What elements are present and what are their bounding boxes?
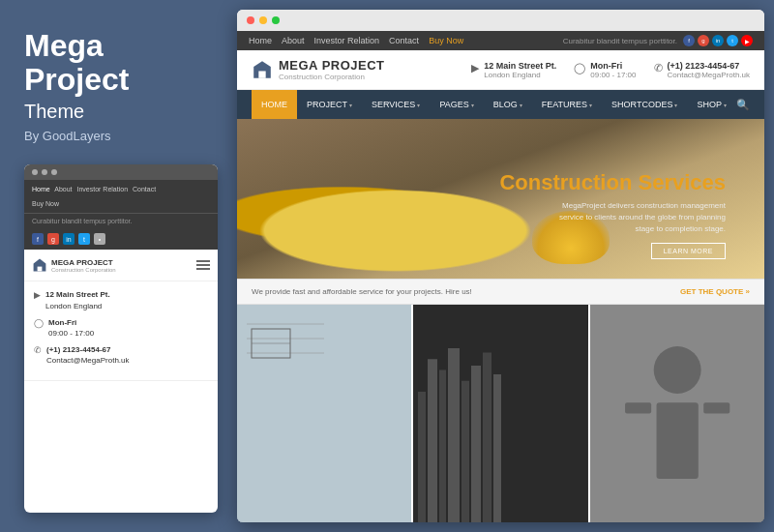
hero-title: Construction Services — [256, 170, 745, 195]
nav-pages[interactable]: PAGES ▾ — [430, 90, 483, 119]
hero-title-text: Construction — [499, 170, 632, 194]
browser-top-bar — [237, 10, 764, 31]
mobile-phone-icon: ✆ — [34, 345, 42, 355]
browser-maximize-dot[interactable] — [272, 16, 280, 24]
mobile-lorem-text: Curabitur blandit tempus porttitor. — [24, 213, 218, 228]
nav-home[interactable]: HOME — [252, 90, 297, 119]
svg-rect-13 — [439, 370, 446, 523]
mobile-google-icon[interactable]: g — [47, 233, 59, 245]
svg-rect-4 — [237, 305, 411, 522]
topbar-youtube-icon[interactable]: ▶ — [741, 35, 753, 46]
svg-rect-16 — [471, 366, 481, 522]
mobile-linkedin-icon[interactable]: in — [63, 233, 74, 245]
header-clock-icon: ◯ — [574, 62, 585, 74]
nav-shortcodes[interactable]: SHORTCODES ▾ — [602, 90, 687, 119]
svg-rect-12 — [428, 359, 437, 522]
svg-rect-22 — [625, 402, 651, 413]
mobile-menu-line-1 — [196, 260, 210, 262]
topbar-contact[interactable]: Contact — [389, 36, 419, 45]
site-topbar: Home About Investor Relation Contact Buy… — [237, 31, 764, 50]
mobile-hours-value: 09:00 - 17:00 — [48, 329, 94, 338]
get-quote-button[interactable]: GET THE QUOTE » — [680, 287, 750, 296]
hero-learn-more-button[interactable]: LEARN MORE — [651, 243, 726, 259]
topbar-home[interactable]: Home — [249, 36, 272, 45]
mobile-clock-icon: ◯ — [34, 318, 44, 328]
topbar-twitter-icon[interactable]: t — [727, 35, 738, 46]
mobile-logo-sub: Construction Corporation — [51, 267, 116, 273]
mobile-twitter-icon[interactable]: t — [78, 233, 90, 245]
site-header-info: ▶ 12 Main Street Pt. London England ◯ Mo… — [471, 61, 750, 79]
svg-rect-11 — [418, 392, 426, 522]
mobile-nav-contact[interactable]: Contact — [131, 186, 156, 192]
thumbnail-1[interactable] — [237, 305, 411, 522]
site-logo-icon — [252, 59, 273, 80]
svg-rect-18 — [493, 374, 501, 522]
mobile-facebook-icon[interactable]: f — [32, 233, 44, 245]
site-logo-sub: Construction Corporation — [279, 73, 385, 81]
svg-rect-21 — [656, 402, 698, 479]
thumbnail-3[interactable] — [590, 305, 764, 522]
nav-project[interactable]: PROJECT ▾ — [297, 90, 362, 119]
header-hours-content: Mon-Fri 09:00 - 17:00 — [590, 61, 636, 79]
topbar-linkedin-icon[interactable]: in — [712, 35, 724, 46]
browser-minimize-dot[interactable] — [259, 16, 267, 24]
mobile-email: Contact@MegaProth.uk — [46, 356, 130, 365]
svg-rect-17 — [483, 353, 491, 523]
mobile-hamburger-icon[interactable] — [196, 260, 210, 270]
header-hours-label: Mon-Fri — [590, 61, 636, 71]
mobile-nav-home[interactable]: Home — [32, 186, 50, 192]
thumbnail-1-image — [237, 305, 411, 522]
svg-rect-14 — [448, 348, 460, 522]
svg-rect-3 — [258, 71, 265, 77]
nav-search-icon[interactable]: 🔍 — [736, 99, 750, 111]
thumbnail-2-image — [413, 305, 587, 522]
mobile-nav-buynow: Buy Now — [24, 198, 218, 213]
theme-author: By GoodLayers — [24, 129, 218, 143]
hero-title-colored: Services — [638, 170, 726, 194]
header-city: London England — [484, 71, 556, 79]
mobile-phone-number: (+1) 2123-4454-67 — [46, 345, 111, 354]
site-logo: MEGA PROJECT Construction Corporation — [252, 58, 385, 81]
browser-close-dot[interactable] — [247, 16, 254, 24]
mobile-buynow[interactable]: Buy Now — [32, 200, 59, 207]
mobile-location-icon: ▶ — [34, 290, 41, 300]
svg-rect-15 — [461, 381, 469, 522]
site-nav-items: HOME PROJECT ▾ SERVICES ▾ PAGES ▾ BLOG ▾… — [252, 90, 736, 119]
theme-type: Theme — [24, 101, 218, 123]
browser-content: Home About Investor Relation Contact Buy… — [237, 31, 764, 522]
thumbnail-3-overlay — [590, 305, 764, 522]
thumbnail-1-overlay — [237, 305, 411, 522]
topbar-investor[interactable]: Investor Relation — [314, 36, 380, 45]
nav-services[interactable]: SERVICES ▾ — [362, 90, 430, 119]
mobile-phone-row: ✆ (+1) 2123-4454-67 Contact@MegaProth.uk — [34, 344, 208, 366]
mobile-extra-icon[interactable]: • — [94, 233, 105, 245]
theme-title: MegaProject Theme By GoodLayers — [24, 29, 218, 164]
nav-blog[interactable]: BLOG ▾ — [484, 90, 532, 119]
mobile-info-address: ▶ 12 Main Street Pt. London England ◯ Mo… — [24, 281, 218, 380]
mobile-dot-1 — [32, 169, 38, 175]
header-location-icon: ▶ — [471, 62, 479, 74]
thumbnail-2[interactable] — [413, 305, 587, 522]
nav-features[interactable]: FEATURES ▾ — [532, 90, 602, 119]
mobile-nav-investor[interactable]: Investor Relation — [75, 186, 128, 192]
nav-shop[interactable]: SHOP ▾ — [687, 90, 736, 119]
mobile-city: London England — [45, 302, 102, 310]
shop-chevron: ▾ — [724, 102, 727, 108]
mobile-header: MEGA PROJECT Construction Corporation — [24, 250, 218, 281]
svg-rect-1 — [38, 267, 43, 272]
topbar-facebook-icon[interactable]: f — [683, 35, 695, 46]
topbar-social-icons: f g in t ▶ — [683, 35, 753, 46]
mobile-hours-row: ◯ Mon-Fri 09:00 - 17:00 — [34, 317, 208, 339]
mobile-logo-text: MEGA PROJECT — [51, 258, 116, 267]
mobile-social-bar: f g in t • — [24, 228, 218, 250]
quote-bar-text: We provide fast and affordable service f… — [252, 287, 472, 296]
thumbnail-3-image — [590, 305, 764, 522]
mobile-logo: MEGA PROJECT Construction Corporation — [32, 257, 116, 273]
mobile-nav-about[interactable]: About — [53, 186, 73, 192]
header-phone-content: (+1) 2123-4454-67 Contact@MegaProth.uk — [668, 61, 751, 79]
topbar-google-icon[interactable]: g — [698, 35, 709, 46]
mobile-address-label: 12 Main Street Pt. — [45, 290, 110, 299]
mobile-hours-text: Mon-Fri 09:00 - 17:00 — [48, 317, 94, 339]
topbar-buynow[interactable]: Buy Now — [429, 36, 463, 45]
topbar-about[interactable]: About — [282, 36, 305, 45]
